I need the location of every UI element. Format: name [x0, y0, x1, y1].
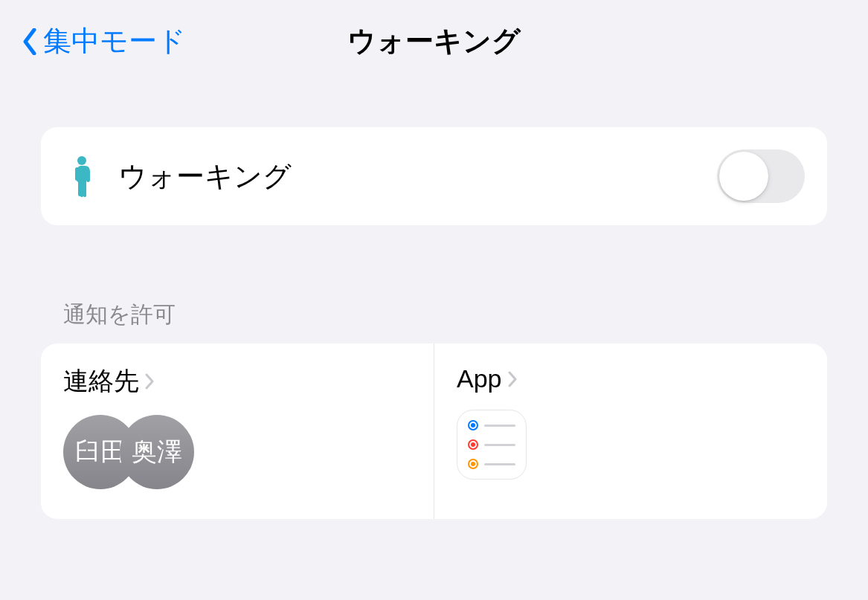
allow-section-header: 通知を許可	[41, 300, 827, 343]
reminder-bar	[484, 444, 515, 446]
svg-rect-4	[78, 178, 82, 196]
apps-title-row: App	[457, 364, 805, 393]
contacts-title-row: 連絡先	[63, 364, 411, 399]
chevron-right-icon	[145, 373, 154, 390]
reminder-dot-icon	[468, 420, 478, 430]
contacts-column[interactable]: 連絡先 臼田 奥澤	[41, 343, 434, 519]
svg-rect-3	[85, 167, 89, 181]
apps-column[interactable]: App	[434, 343, 827, 519]
reminder-line	[468, 439, 515, 450]
svg-point-0	[77, 156, 86, 165]
contact-avatar: 奥澤	[120, 415, 194, 489]
reminders-app-icon	[457, 410, 527, 480]
reminder-dot-icon	[468, 459, 478, 469]
apps-label: App	[457, 364, 502, 393]
focus-toggle[interactable]	[717, 149, 805, 203]
focus-name-label: ウォーキング	[118, 158, 699, 196]
chevron-left-icon	[22, 28, 37, 55]
back-button[interactable]: 集中モード	[22, 22, 186, 60]
focus-toggle-row: ウォーキング	[41, 127, 827, 225]
allow-card: 連絡先 臼田 奥澤 App	[41, 343, 827, 519]
reminder-bar	[484, 425, 515, 427]
contacts-label: 連絡先	[63, 364, 139, 399]
svg-rect-5	[82, 178, 86, 196]
chevron-right-icon	[508, 371, 517, 387]
back-label: 集中モード	[43, 22, 186, 60]
reminder-line	[468, 459, 515, 469]
toggle-knob	[719, 152, 768, 201]
contacts-avatars: 臼田 奥澤	[63, 415, 411, 489]
focus-toggle-card: ウォーキング	[41, 127, 827, 225]
navigation-header: 集中モード ウォーキング	[0, 0, 868, 75]
page-title: ウォーキング	[347, 22, 521, 60]
reminder-line	[468, 420, 515, 430]
walking-icon	[63, 155, 100, 197]
reminder-bar	[484, 463, 515, 465]
svg-rect-2	[75, 167, 79, 181]
reminder-dot-icon	[468, 439, 478, 450]
content: ウォーキング 通知を許可 連絡先 臼田 奥澤 App	[0, 75, 868, 519]
